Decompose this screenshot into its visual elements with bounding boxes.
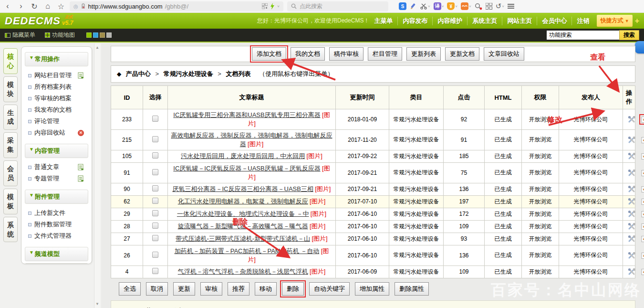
sidebar-tab[interactable]: 系统 [3,217,18,243]
top-menu-item[interactable]: 网站主页 [502,17,537,25]
batch-action-button[interactable]: 更新 [173,282,195,296]
doc-tab-button[interactable]: 添加文档 [252,47,286,61]
doc-category[interactable]: 常规污水处理设备 [389,208,444,220]
sidebar-tab[interactable]: 核心 [3,48,18,74]
sidebar-tab[interactable]: 采集 [3,132,18,158]
sidebar-section-header[interactable]: ▼批量维护 [25,263,88,264]
edit-icon[interactable] [640,234,644,243]
add-shortcut-icon[interactable]: + [635,17,639,25]
sidebar-item[interactable]: 我发布的文档 ✕ [28,104,88,116]
sidebar-item[interactable]: 所有档案列表 ✕ [28,81,88,93]
batch-action-button[interactable]: 推荐 [228,282,249,296]
batch-action-button[interactable]: 自动关键字 [309,282,350,296]
tools-icon[interactable] [627,234,637,243]
theme-color-swatch[interactable] [100,32,105,38]
doc-category[interactable]: 常规污水处理设备 [389,109,444,130]
translate-icon[interactable]: 译˅ [434,2,444,10]
address-dropdown-icon[interactable]: ˅ [277,4,280,9]
bookmark-star-icon[interactable]: ☆ [56,2,66,11]
doc-category[interactable]: 常规污水处理设备 [389,195,444,208]
doc-tab-button[interactable]: 我的文档 [291,47,325,61]
sidebar-item[interactable]: 网站栏目管理 ✕ [28,70,88,81]
row-checkbox[interactable] [152,169,158,175]
doc-category[interactable]: 常规污水处理设备 [389,233,444,245]
theme-color-swatch[interactable] [106,32,112,38]
scroll-up-icon[interactable]: ▲ [95,45,99,50]
tools-icon[interactable] [627,222,637,231]
batch-action-button[interactable]: 移动 [255,282,277,296]
document-shortcut-icon[interactable] [78,175,84,182]
tools-icon[interactable] [627,267,637,276]
doc-title-link[interactable]: IC厌氧罐专用三相分离器和UASB厌氧专用三相分离器 [173,111,320,118]
top-menu-item[interactable]: 主菜单 [369,17,397,25]
site-info-icon[interactable]: ◎ [73,3,78,10]
hide-menu-button[interactable]: 隐藏菜单 [5,31,35,39]
doc-tab-button[interactable]: 稿件审核 [329,47,364,61]
doc-title-link[interactable]: 带式压滤机-三网带式压滤机-新型带式压滤机－山 [176,235,310,242]
breadcrumb-root[interactable]: 产品中心 [126,70,151,77]
sidebar-item[interactable]: 等审核的档案 ✕ [28,93,88,104]
sidebar-tab[interactable]: 会员 [3,160,18,186]
tools-icon[interactable] [627,169,637,177]
menu-icon[interactable] [508,3,514,10]
batch-action-button[interactable]: 删除属性 [395,282,429,296]
row-checkbox[interactable] [152,198,158,204]
function-search-button[interactable]: 搜索 [619,30,639,40]
edit-icon[interactable] [640,152,644,160]
tools-icon[interactable] [627,210,637,218]
doc-title-link[interactable]: 污水处理后回用，废水处理后回用，中水回用 [181,152,305,159]
document-shortcut-icon[interactable] [78,72,84,79]
address-bar[interactable]: ◎ × http://www.sdguangbo.com/gbhb@/ ˅ [70,1,283,11]
edit-pencil-icon[interactable] [410,3,417,10]
edit-icon[interactable] [640,169,644,177]
shortcut-button[interactable]: 快捷方式 ▼ [597,15,632,27]
sidebar-section-header[interactable]: ▼常用操作 [25,52,88,66]
row-checkbox[interactable] [152,235,158,241]
batch-action-button[interactable]: 取消 [146,282,168,296]
doc-category[interactable]: 常规污水处理设备 [389,220,444,233]
top-menu-item[interactable]: 系统主页 [467,17,502,25]
forward-icon[interactable]: › [16,2,26,11]
theme-color-swatch[interactable] [93,32,98,38]
row-checkbox[interactable] [152,223,158,229]
sogou-icon[interactable]: S [399,2,406,10]
row-checkbox[interactable] [152,185,158,191]
doc-title-link[interactable]: 气浮机－溶气气浮机－杂质脱除机－浅层气浮机 [178,268,308,275]
doc-tab-button[interactable]: 文章回收站 [484,47,524,61]
tools-icon[interactable] [627,185,637,193]
edit-icon[interactable] [640,222,644,231]
scroll-down-icon[interactable]: ▼ [95,302,99,306]
sidebar-item[interactable]: 普通文章 ✕ [28,161,88,173]
doc-title-link[interactable]: 一体化污水处理设备、地埋式污水处理设备 －中 [177,210,309,217]
doc-category[interactable]: 常规污水处理设备 [389,245,444,266]
doc-category[interactable]: 常规污水处理设备 [389,266,444,278]
sidebar-scrollbar[interactable]: ▲ ▼ [94,43,100,308]
doc-category[interactable]: 常规污水处理设备 [389,183,444,195]
scissors-icon[interactable]: ˅ [420,3,430,10]
batch-action-button[interactable]: 删除 [282,282,304,296]
row-checkbox[interactable] [152,136,158,142]
back-icon[interactable]: ‹ [3,2,12,11]
edit-icon[interactable] [640,136,644,144]
reload-icon[interactable]: ↻ [30,2,39,11]
row-checkbox[interactable] [152,268,158,274]
undo-icon[interactable]: ↺˅ [496,2,504,11]
sidebar-section-header[interactable]: ▼附件管理 [25,190,88,204]
row-checkbox[interactable] [152,116,158,122]
row-checkbox[interactable] [152,252,158,258]
batch-action-button[interactable]: 审核 [200,282,222,296]
feature-map-button[interactable]: 功能地图 [45,31,75,39]
doc-category[interactable]: 常规污水处理设备 [389,130,444,150]
theme-color-swatch[interactable] [86,32,92,38]
breadcrumb-category[interactable]: 常规污水处理设备 [164,70,213,77]
doc-title-link[interactable]: 厌氧三相分离器－IC反应器三相分离器－UASB三相 [173,185,313,192]
sidebar-section-header[interactable]: ▼内容管理 [25,144,88,158]
speed-lightning-icon[interactable] [270,3,275,10]
home-icon[interactable]: ⌂ [43,2,52,11]
recycle-close-icon[interactable]: ✕ [78,130,84,136]
doc-category[interactable]: 常规污水处理设备 [389,162,444,183]
doc-title-link[interactable]: 化工污水处理用电解器，电絮凝，强制电解反应 [178,198,308,205]
sidebar-item[interactable]: 上传新文件 ✕ [28,207,88,219]
doc-title-link[interactable]: IC厌氧罐－IC厌氧反应器－UASB厌氧罐－厌氧反应器 [173,165,320,172]
sidebar-tab[interactable]: 模块 [3,76,18,102]
